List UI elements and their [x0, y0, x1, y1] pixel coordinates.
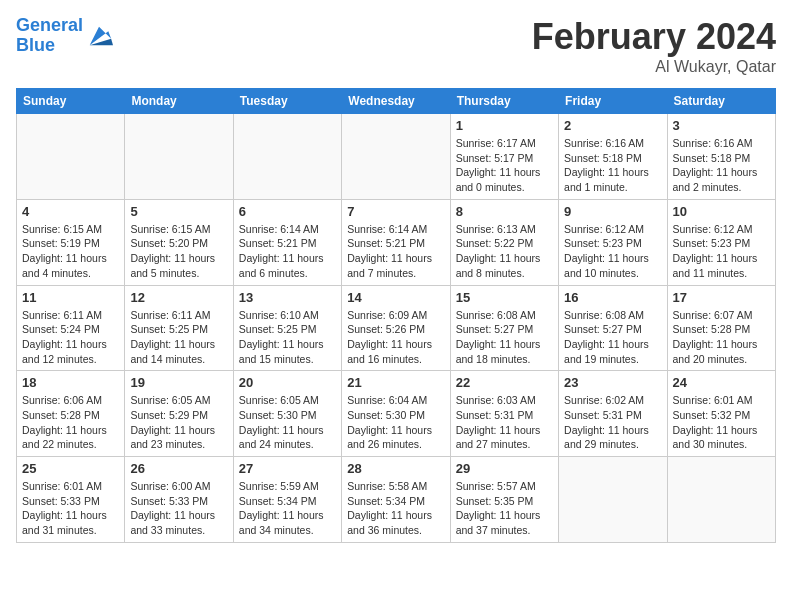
day-info: Sunrise: 6:08 AMSunset: 5:27 PMDaylight:…: [456, 308, 553, 367]
location-title: Al Wukayr, Qatar: [532, 58, 776, 76]
day-info: Sunrise: 6:16 AMSunset: 5:18 PMDaylight:…: [564, 136, 661, 195]
day-info: Sunrise: 6:04 AMSunset: 5:30 PMDaylight:…: [347, 393, 444, 452]
day-number: 24: [673, 375, 770, 390]
day-number: 20: [239, 375, 336, 390]
day-number: 28: [347, 461, 444, 476]
calendar-cell: 27Sunrise: 5:59 AMSunset: 5:34 PMDayligh…: [233, 457, 341, 543]
calendar-cell: 2Sunrise: 6:16 AMSunset: 5:18 PMDaylight…: [559, 114, 667, 200]
day-number: 13: [239, 290, 336, 305]
day-info: Sunrise: 5:58 AMSunset: 5:34 PMDaylight:…: [347, 479, 444, 538]
day-number: 1: [456, 118, 553, 133]
calendar-cell: 29Sunrise: 5:57 AMSunset: 5:35 PMDayligh…: [450, 457, 558, 543]
day-number: 27: [239, 461, 336, 476]
calendar-cell: [233, 114, 341, 200]
day-number: 25: [22, 461, 119, 476]
calendar-cell: 5Sunrise: 6:15 AMSunset: 5:20 PMDaylight…: [125, 199, 233, 285]
day-info: Sunrise: 6:17 AMSunset: 5:17 PMDaylight:…: [456, 136, 553, 195]
day-info: Sunrise: 6:00 AMSunset: 5:33 PMDaylight:…: [130, 479, 227, 538]
calendar-cell: 10Sunrise: 6:12 AMSunset: 5:23 PMDayligh…: [667, 199, 775, 285]
calendar-week-1: 1Sunrise: 6:17 AMSunset: 5:17 PMDaylight…: [17, 114, 776, 200]
logo-icon: [85, 22, 113, 50]
day-info: Sunrise: 6:14 AMSunset: 5:21 PMDaylight:…: [347, 222, 444, 281]
calendar-cell: 28Sunrise: 5:58 AMSunset: 5:34 PMDayligh…: [342, 457, 450, 543]
logo: General Blue: [16, 16, 113, 56]
day-number: 18: [22, 375, 119, 390]
weekday-header-monday: Monday: [125, 89, 233, 114]
calendar-cell: [17, 114, 125, 200]
day-number: 9: [564, 204, 661, 219]
calendar-cell: 9Sunrise: 6:12 AMSunset: 5:23 PMDaylight…: [559, 199, 667, 285]
weekday-header-sunday: Sunday: [17, 89, 125, 114]
day-number: 8: [456, 204, 553, 219]
day-info: Sunrise: 6:08 AMSunset: 5:27 PMDaylight:…: [564, 308, 661, 367]
calendar-header: SundayMondayTuesdayWednesdayThursdayFrid…: [17, 89, 776, 114]
day-number: 17: [673, 290, 770, 305]
calendar-cell: 8Sunrise: 6:13 AMSunset: 5:22 PMDaylight…: [450, 199, 558, 285]
day-number: 7: [347, 204, 444, 219]
calendar-cell: 11Sunrise: 6:11 AMSunset: 5:24 PMDayligh…: [17, 285, 125, 371]
day-info: Sunrise: 6:16 AMSunset: 5:18 PMDaylight:…: [673, 136, 770, 195]
day-number: 10: [673, 204, 770, 219]
calendar-table: SundayMondayTuesdayWednesdayThursdayFrid…: [16, 88, 776, 543]
calendar-cell: 22Sunrise: 6:03 AMSunset: 5:31 PMDayligh…: [450, 371, 558, 457]
calendar-cell: [559, 457, 667, 543]
day-info: Sunrise: 6:05 AMSunset: 5:29 PMDaylight:…: [130, 393, 227, 452]
calendar-week-3: 11Sunrise: 6:11 AMSunset: 5:24 PMDayligh…: [17, 285, 776, 371]
day-info: Sunrise: 6:15 AMSunset: 5:19 PMDaylight:…: [22, 222, 119, 281]
title-block: February 2024 Al Wukayr, Qatar: [532, 16, 776, 76]
day-number: 5: [130, 204, 227, 219]
day-info: Sunrise: 6:01 AMSunset: 5:32 PMDaylight:…: [673, 393, 770, 452]
day-number: 16: [564, 290, 661, 305]
day-info: Sunrise: 6:05 AMSunset: 5:30 PMDaylight:…: [239, 393, 336, 452]
calendar-week-4: 18Sunrise: 6:06 AMSunset: 5:28 PMDayligh…: [17, 371, 776, 457]
logo-blue: Blue: [16, 35, 55, 55]
calendar-cell: 6Sunrise: 6:14 AMSunset: 5:21 PMDaylight…: [233, 199, 341, 285]
day-info: Sunrise: 6:14 AMSunset: 5:21 PMDaylight:…: [239, 222, 336, 281]
calendar-cell: [125, 114, 233, 200]
calendar-cell: 19Sunrise: 6:05 AMSunset: 5:29 PMDayligh…: [125, 371, 233, 457]
weekday-header-thursday: Thursday: [450, 89, 558, 114]
calendar-cell: 23Sunrise: 6:02 AMSunset: 5:31 PMDayligh…: [559, 371, 667, 457]
day-number: 12: [130, 290, 227, 305]
calendar-cell: 24Sunrise: 6:01 AMSunset: 5:32 PMDayligh…: [667, 371, 775, 457]
calendar-body: 1Sunrise: 6:17 AMSunset: 5:17 PMDaylight…: [17, 114, 776, 543]
weekday-header-row: SundayMondayTuesdayWednesdayThursdayFrid…: [17, 89, 776, 114]
day-info: Sunrise: 6:06 AMSunset: 5:28 PMDaylight:…: [22, 393, 119, 452]
day-info: Sunrise: 6:15 AMSunset: 5:20 PMDaylight:…: [130, 222, 227, 281]
day-number: 15: [456, 290, 553, 305]
day-info: Sunrise: 6:13 AMSunset: 5:22 PMDaylight:…: [456, 222, 553, 281]
calendar-week-5: 25Sunrise: 6:01 AMSunset: 5:33 PMDayligh…: [17, 457, 776, 543]
calendar-cell: 26Sunrise: 6:00 AMSunset: 5:33 PMDayligh…: [125, 457, 233, 543]
day-info: Sunrise: 6:11 AMSunset: 5:25 PMDaylight:…: [130, 308, 227, 367]
calendar-cell: 25Sunrise: 6:01 AMSunset: 5:33 PMDayligh…: [17, 457, 125, 543]
calendar-cell: [667, 457, 775, 543]
page-header: General Blue February 2024 Al Wukayr, Qa…: [16, 16, 776, 76]
day-info: Sunrise: 6:11 AMSunset: 5:24 PMDaylight:…: [22, 308, 119, 367]
calendar-cell: 20Sunrise: 6:05 AMSunset: 5:30 PMDayligh…: [233, 371, 341, 457]
day-number: 6: [239, 204, 336, 219]
calendar-cell: [342, 114, 450, 200]
logo-general: General: [16, 15, 83, 35]
day-number: 4: [22, 204, 119, 219]
day-info: Sunrise: 6:01 AMSunset: 5:33 PMDaylight:…: [22, 479, 119, 538]
month-title: February 2024: [532, 16, 776, 58]
day-number: 19: [130, 375, 227, 390]
calendar-cell: 1Sunrise: 6:17 AMSunset: 5:17 PMDaylight…: [450, 114, 558, 200]
calendar-cell: 16Sunrise: 6:08 AMSunset: 5:27 PMDayligh…: [559, 285, 667, 371]
day-info: Sunrise: 5:59 AMSunset: 5:34 PMDaylight:…: [239, 479, 336, 538]
calendar-cell: 18Sunrise: 6:06 AMSunset: 5:28 PMDayligh…: [17, 371, 125, 457]
calendar-cell: 7Sunrise: 6:14 AMSunset: 5:21 PMDaylight…: [342, 199, 450, 285]
day-number: 23: [564, 375, 661, 390]
calendar-cell: 3Sunrise: 6:16 AMSunset: 5:18 PMDaylight…: [667, 114, 775, 200]
calendar-cell: 15Sunrise: 6:08 AMSunset: 5:27 PMDayligh…: [450, 285, 558, 371]
day-info: Sunrise: 6:09 AMSunset: 5:26 PMDaylight:…: [347, 308, 444, 367]
day-number: 11: [22, 290, 119, 305]
calendar-cell: 12Sunrise: 6:11 AMSunset: 5:25 PMDayligh…: [125, 285, 233, 371]
day-info: Sunrise: 6:12 AMSunset: 5:23 PMDaylight:…: [673, 222, 770, 281]
weekday-header-wednesday: Wednesday: [342, 89, 450, 114]
day-number: 3: [673, 118, 770, 133]
day-info: Sunrise: 6:02 AMSunset: 5:31 PMDaylight:…: [564, 393, 661, 452]
calendar-cell: 13Sunrise: 6:10 AMSunset: 5:25 PMDayligh…: [233, 285, 341, 371]
weekday-header-friday: Friday: [559, 89, 667, 114]
calendar-cell: 14Sunrise: 6:09 AMSunset: 5:26 PMDayligh…: [342, 285, 450, 371]
